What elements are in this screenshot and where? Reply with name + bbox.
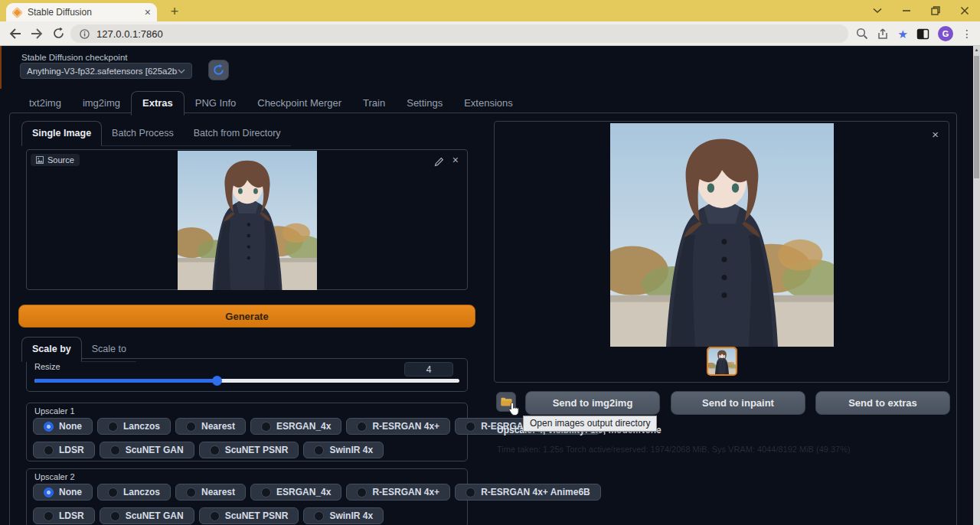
reload-icon[interactable] — [47, 23, 69, 44]
close-window-icon[interactable] — [960, 6, 969, 15]
upscaler-2-option-scunet-psnr[interactable]: ScuNET PSNR — [199, 507, 299, 524]
gallery-thumbnail-selected[interactable] — [707, 347, 737, 376]
radio-icon — [357, 422, 367, 432]
tab-extensions[interactable]: Extensions — [453, 92, 524, 115]
upscaler-2-option-none[interactable]: None — [33, 484, 93, 501]
option-label: ScuNET GAN — [126, 510, 184, 521]
option-label: None — [59, 487, 82, 497]
upscaler-2-row-2: LDSRScuNET GANScuNET PSNRSwinIR 4x — [33, 507, 464, 524]
upscaler-1-option-nearest[interactable]: Nearest — [175, 418, 246, 435]
radio-icon — [44, 511, 54, 521]
slider-fill — [34, 379, 217, 383]
generate-button[interactable]: Generate — [18, 305, 475, 328]
edge-accent-strip — [0, 46, 2, 89]
zoom-search-icon[interactable] — [856, 28, 868, 40]
radio-icon — [261, 488, 271, 497]
source-tab-bar: Single ImageBatch ProcessBatch from Dire… — [21, 121, 291, 146]
tab-single-image[interactable]: Single Image — [21, 121, 102, 146]
tab-img2img[interactable]: img2img — [72, 92, 131, 115]
upscaler-2-option-esrgan-4x[interactable]: ESRGAN_4x — [250, 484, 341, 501]
tab-scale-by[interactable]: Scale by — [21, 337, 82, 362]
resize-number-input[interactable]: 4 — [404, 362, 453, 377]
option-label: LDSR — [59, 445, 84, 455]
upscaler-2-option-r-esrgan-4x-anime6b[interactable]: R-ESRGAN 4x+ Anime6B — [455, 484, 601, 501]
radio-icon — [314, 511, 324, 521]
tab-checkpoint-merger[interactable]: Checkpoint Merger — [247, 92, 352, 115]
scrollbar-thumb[interactable] — [974, 56, 979, 178]
upscaler-2-option-nearest[interactable]: Nearest — [175, 484, 246, 501]
window-controls — [873, 0, 975, 21]
tab-search-chevron-icon[interactable] — [873, 8, 882, 14]
checkpoint-dropdown[interactable]: Anything-V3-fp32.safetensors [625a2ba2] — [20, 63, 192, 79]
tab-extras[interactable]: Extras — [131, 91, 185, 116]
output-gallery: × — [494, 121, 949, 383]
option-label: ESRGAN_4x — [276, 421, 331, 432]
site-info-icon[interactable] — [80, 29, 90, 39]
send-to-inpaint-button[interactable]: Send to inpaint — [671, 391, 805, 415]
page-scrollbar[interactable]: ▲ — [973, 46, 980, 525]
source-chip-label: Source — [47, 155, 74, 165]
source-image — [178, 151, 317, 290]
resize-slider[interactable] — [34, 379, 459, 383]
url-text: 127.0.0.1:7860 — [96, 28, 163, 40]
refresh-checkpoint-button[interactable] — [208, 60, 229, 80]
upscaler-2-option-scunet-gan[interactable]: ScuNET GAN — [100, 507, 194, 524]
upscaler-1-option-swinir-4x[interactable]: SwinIR 4x — [303, 442, 384, 458]
gallery-close-icon[interactable]: × — [932, 128, 939, 141]
bookmark-star-icon[interactable]: ★ — [898, 28, 908, 40]
browser-menu-icon[interactable]: ⋮ — [962, 28, 972, 40]
thumbnail-image — [708, 348, 736, 374]
option-label: R-ESRGAN 4x+ — [372, 421, 439, 432]
chevron-down-icon — [178, 69, 185, 73]
edit-pencil-icon[interactable] — [434, 157, 444, 167]
upscaler-1-option-scunet-gan[interactable]: ScuNET GAN — [100, 442, 194, 458]
radio-icon — [44, 445, 54, 455]
tab-train[interactable]: Train — [352, 92, 396, 115]
new-tab-button[interactable]: + — [166, 4, 183, 20]
clear-source-icon[interactable]: × — [452, 154, 459, 166]
upscaler-1-option-lanczos[interactable]: Lanczos — [97, 418, 171, 435]
slider-thumb[interactable] — [212, 376, 222, 386]
option-label: R-ESRGAN 4x+ Anime6B — [481, 487, 590, 497]
forward-icon[interactable] — [26, 23, 47, 44]
option-label: ScuNET PSNR — [225, 510, 289, 521]
upscaler-2-option-ldsr[interactable]: LDSR — [33, 507, 95, 524]
tab-batch-process[interactable]: Batch Process — [102, 122, 184, 145]
upscaler-2-option-swinir-4x[interactable]: SwinIR 4x — [303, 507, 384, 524]
source-image-dropzone[interactable]: Source × — [26, 149, 468, 290]
option-label: Lanczos — [123, 487, 160, 497]
upscaler-2-option-lanczos[interactable]: Lanczos — [97, 484, 171, 501]
tab-scale-to[interactable]: Scale to — [82, 338, 136, 361]
tab-batch-from-directory[interactable]: Batch from Directory — [184, 122, 291, 145]
tab-txt2img[interactable]: txt2img — [18, 92, 72, 115]
stable-diffusion-webui: Stable Diffusion checkpoint Anything-V3-… — [0, 46, 973, 525]
restore-icon[interactable] — [931, 6, 940, 15]
radio-icon — [108, 488, 118, 497]
upscaler-1-option-none[interactable]: None — [33, 418, 93, 435]
browser-tab[interactable]: Stable Diffusion × — [6, 3, 157, 21]
url-bar[interactable]: 127.0.0.1:7860 — [70, 24, 848, 43]
tab-png-info[interactable]: PNG Info — [185, 92, 247, 115]
back-icon[interactable] — [5, 23, 26, 44]
output-image[interactable] — [610, 123, 834, 347]
resize-label: Resize — [34, 362, 60, 371]
tab-settings[interactable]: Settings — [396, 92, 453, 115]
side-panel-icon[interactable] — [916, 28, 929, 40]
send-to-extras-button[interactable]: Send to extras — [815, 391, 950, 415]
upscaler-1-option-scunet-psnr[interactable]: ScuNET PSNR — [199, 442, 299, 458]
profile-avatar[interactable]: G — [938, 26, 953, 41]
upscaler-1-option-r-esrgan-4x[interactable]: R-ESRGAN 4x+ — [346, 418, 450, 435]
upscaler-2-option-r-esrgan-4x[interactable]: R-ESRGAN 4x+ — [346, 484, 450, 501]
upscaler-1-option-ldsr[interactable]: LDSR — [33, 442, 95, 458]
source-chip: Source — [31, 154, 80, 166]
minimize-icon[interactable] — [902, 6, 911, 15]
browser-tab-title: Stable Diffusion — [28, 7, 139, 18]
scrollbar-up-arrow[interactable]: ▲ — [973, 47, 980, 52]
upscaler-1-option-esrgan-4x[interactable]: ESRGAN_4x — [250, 418, 341, 435]
option-label: Nearest — [201, 487, 235, 497]
tab-close-icon[interactable]: × — [145, 7, 151, 18]
radio-icon — [186, 422, 196, 432]
send-to-img2img-button[interactable]: Send to img2img — [525, 391, 660, 415]
option-label: ScuNET PSNR — [225, 445, 289, 455]
share-icon[interactable] — [877, 28, 890, 40]
